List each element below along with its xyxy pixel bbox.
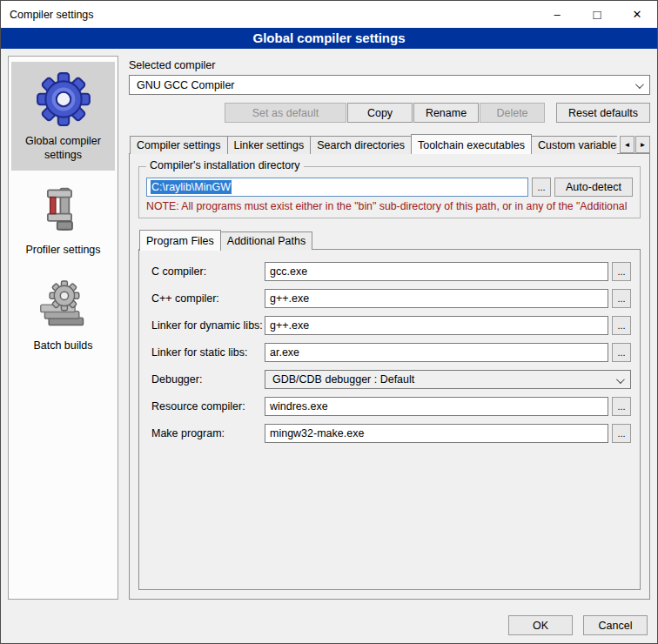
main-panel: Selected compiler GNU GCC Compiler Set a… <box>129 56 650 600</box>
sidebar-item-label: Batch builds <box>13 339 113 353</box>
tabs-scroll-area: Compiler settings Linker settings Search… <box>130 134 617 154</box>
static-linker-label: Linker for static libs: <box>151 346 265 359</box>
cpp-compiler-row: C++ compiler: ... <box>151 289 631 308</box>
static-linker-row: Linker for static libs: ... <box>151 343 631 362</box>
c-compiler-label: C compiler: <box>151 265 265 278</box>
maximize-button[interactable]: □ <box>577 1 617 28</box>
compiler-actions: Set as default Copy Rename Delete Reset … <box>129 103 650 123</box>
reset-defaults-button[interactable]: Reset defaults <box>556 103 650 123</box>
installation-directory-row: C:\raylib\MinGW ... Auto-detect <box>146 178 633 197</box>
dynamic-linker-row: Linker for dynamic libs: ... <box>151 316 631 335</box>
sidebar-item-profiler-settings[interactable]: Profiler settings <box>11 176 115 266</box>
tab-linker-settings[interactable]: Linker settings <box>227 136 312 154</box>
dynamic-linker-input[interactable] <box>265 316 608 335</box>
resource-compiler-label: Resource compiler: <box>151 400 265 413</box>
selected-compiler-value: GNU GCC Compiler <box>137 79 235 91</box>
set-as-default-button[interactable]: Set as default <box>225 103 346 123</box>
bin-subdirectory-note: NOTE: All programs must exist either in … <box>146 200 633 212</box>
copy-button[interactable]: Copy <box>347 103 413 123</box>
make-program-row: Make program: ... <box>151 424 631 443</box>
c-compiler-row: C compiler: ... <box>151 262 631 281</box>
make-program-label: Make program: <box>151 427 265 439</box>
auto-detect-button[interactable]: Auto-detect <box>554 178 633 197</box>
dialog-header-title: Global compiler settings <box>1 28 657 49</box>
compiler-settings-dialog: Compiler settings – □ ✕ Global compiler … <box>0 0 658 644</box>
window-title: Compiler settings <box>1 9 537 21</box>
make-program-browse-button[interactable]: ... <box>612 424 631 443</box>
cpp-compiler-label: C++ compiler: <box>151 292 265 305</box>
gray-gear-stack-icon <box>13 278 113 334</box>
selected-compiler-label: Selected compiler <box>129 59 650 71</box>
static-linker-input[interactable] <box>265 343 608 362</box>
tab-compiler-settings[interactable]: Compiler settings <box>130 136 228 154</box>
c-compiler-input[interactable] <box>265 262 608 281</box>
sidebar-item-label: Global compiler settings <box>13 135 113 162</box>
install-dir-value: C:\raylib\MinGW <box>151 180 232 194</box>
dynamic-linker-browse-button[interactable]: ... <box>612 316 631 335</box>
rename-button[interactable]: Rename <box>413 103 479 123</box>
installation-directory-group: Compiler's installation directory C:\ray… <box>138 166 641 218</box>
titlebar: Compiler settings – □ ✕ <box>1 1 657 28</box>
sidebar-item-batch-builds[interactable]: Batch builds <box>11 272 115 362</box>
installation-directory-group-title: Compiler's installation directory <box>146 159 304 171</box>
resource-compiler-browse-button[interactable]: ... <box>612 397 631 416</box>
dynamic-linker-label: Linker for dynamic libs: <box>151 319 265 332</box>
tab-toolchain-executables[interactable]: Toolchain executables <box>411 134 532 154</box>
tab-scroll-right-button[interactable]: ► <box>635 136 650 153</box>
tab-search-directories[interactable]: Search directories <box>310 136 412 154</box>
debugger-value: GDB/CDB debugger : Default <box>272 373 414 386</box>
c-compiler-browse-button[interactable]: ... <box>612 262 631 281</box>
debugger-dropdown[interactable]: GDB/CDB debugger : Default <box>265 370 631 389</box>
program-tabs: Program Files Additional Paths <box>138 229 641 250</box>
make-program-input[interactable] <box>265 424 608 443</box>
tab-scroll-left-button[interactable]: ◄ <box>620 136 634 153</box>
cancel-button[interactable]: Cancel <box>583 615 648 635</box>
tab-scroll-arrows: ◄ ► <box>620 136 650 153</box>
chevron-down-icon <box>616 375 625 384</box>
tab-custom-variables[interactable]: Custom variables <box>531 136 617 154</box>
static-linker-browse-button[interactable]: ... <box>612 343 631 362</box>
cpp-compiler-browse-button[interactable]: ... <box>612 289 631 308</box>
dialog-footer: OK Cancel <box>508 615 648 635</box>
debugger-label: Debugger: <box>151 373 265 386</box>
compiler-settings-tabs: Compiler settings Linker settings Search… <box>129 133 650 154</box>
profiler-tool-icon <box>13 183 113 238</box>
debugger-row: Debugger: GDB/CDB debugger : Default <box>151 370 631 389</box>
cpp-compiler-input[interactable] <box>265 289 608 308</box>
ok-button[interactable]: OK <box>508 615 573 635</box>
program-files-panel: C compiler: ... C++ compiler: ... <box>138 249 641 590</box>
delete-button[interactable]: Delete <box>480 103 545 123</box>
sidebar-item-global-compiler-settings[interactable]: Global compiler settings <box>11 62 115 171</box>
chevron-down-icon <box>635 80 644 89</box>
toolchain-executables-page: Compiler's installation directory C:\ray… <box>129 153 650 600</box>
resource-compiler-row: Resource compiler: ... <box>151 397 631 416</box>
dialog-body: Global compiler settings Profiler settin… <box>1 49 657 607</box>
minimize-button[interactable]: – <box>537 1 577 28</box>
tab-additional-paths[interactable]: Additional Paths <box>220 231 312 250</box>
install-dir-browse-button[interactable]: ... <box>532 178 551 197</box>
tab-program-files[interactable]: Program Files <box>139 230 221 251</box>
selected-compiler-dropdown[interactable]: GNU GCC Compiler <box>129 75 650 95</box>
install-dir-input[interactable]: C:\raylib\MinGW <box>146 178 528 197</box>
blue-gear-icon <box>13 69 113 130</box>
settings-sidebar: Global compiler settings Profiler settin… <box>8 56 118 600</box>
resource-compiler-input[interactable] <box>265 397 608 416</box>
close-button[interactable]: ✕ <box>617 1 657 28</box>
sidebar-item-label: Profiler settings <box>13 244 113 258</box>
